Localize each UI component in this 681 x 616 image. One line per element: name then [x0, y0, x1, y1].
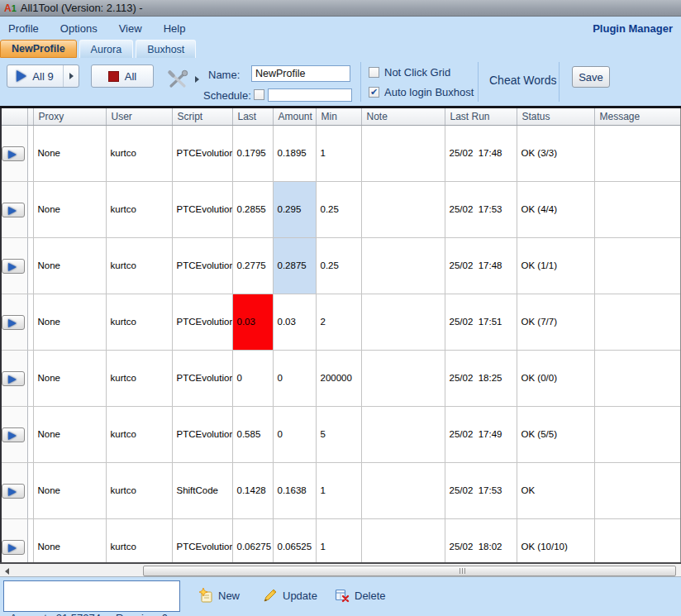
cell-message[interactable] — [594, 518, 681, 562]
delete-button[interactable]: Delete — [335, 588, 386, 603]
cell-last[interactable]: 0.06275 — [232, 518, 273, 562]
table-row[interactable]: None kurtco PTCEvolution 0.2855 0.295 0.… — [0, 181, 681, 237]
cell-note[interactable] — [361, 125, 445, 181]
table-row[interactable]: None kurtco PTCEvolution 0.585 0 5 25/02… — [0, 406, 681, 462]
cell-status[interactable]: OK (7/7) — [517, 294, 594, 350]
cell-min[interactable]: 1 — [316, 462, 361, 518]
menu-options[interactable]: Options — [60, 22, 98, 35]
cell-proxy[interactable]: None — [33, 350, 106, 406]
table-row[interactable]: None kurtco PTCEvolution 0.2775 0.2875 0… — [0, 237, 681, 294]
cell-amount[interactable]: 0 — [273, 406, 316, 462]
cell-last-run[interactable]: 25/02 17:53 — [445, 462, 517, 518]
cell-last-run[interactable]: 25/02 18:02 — [445, 518, 517, 562]
scrollbar-thumb[interactable] — [143, 566, 676, 576]
cheat-words-button[interactable]: Cheat Words — [489, 74, 556, 87]
title-bar[interactable]: A1 All1Tool (Version: 2.113) - — [0, 0, 681, 17]
cell-note[interactable] — [361, 350, 445, 406]
cell-last-run[interactable]: 25/02 18:25 — [445, 350, 517, 406]
cell-status[interactable]: OK (5/5) — [517, 406, 594, 462]
cell-last-run[interactable]: 25/02 17:53 — [445, 181, 517, 237]
table-row[interactable]: None kurtco ShiftCode 0.1428 0.1638 1 25… — [0, 462, 681, 518]
cell-last[interactable]: 0.1428 — [232, 462, 273, 518]
cell-script[interactable]: PTCEvolution — [172, 294, 232, 350]
cell-user[interactable]: kurtco — [106, 462, 172, 518]
col-header-script[interactable]: Script — [172, 108, 232, 125]
row-play-button[interactable] — [2, 540, 25, 555]
cell-last-run[interactable]: 25/02 17:51 — [445, 294, 517, 350]
cell-message[interactable] — [594, 237, 681, 294]
cell-amount[interactable]: 0.295 — [273, 181, 316, 237]
menu-view[interactable]: View — [119, 22, 142, 35]
row-play-button[interactable] — [2, 371, 25, 386]
auto-login-option[interactable]: Auto login Buxhost — [369, 86, 474, 98]
menu-profile[interactable]: Profile — [8, 22, 39, 35]
cell-user[interactable]: kurtco — [106, 406, 172, 462]
row-play-button[interactable] — [2, 203, 25, 217]
cell-min[interactable]: 200000 — [316, 350, 361, 406]
update-button[interactable]: Update — [263, 588, 317, 603]
cell-status[interactable]: OK (1/1) — [517, 237, 594, 294]
cell-amount[interactable]: 0.1638 — [273, 462, 316, 518]
row-play-button[interactable] — [2, 484, 25, 499]
cell-status[interactable]: OK — [517, 462, 594, 518]
table-row[interactable]: None kurtco PTCEvolution 0.03 0.03 2 25/… — [0, 294, 681, 350]
col-header-proxy[interactable]: Proxy — [33, 108, 106, 125]
cell-note[interactable] — [361, 237, 445, 294]
cell-message[interactable] — [594, 125, 681, 181]
save-button[interactable]: Save — [572, 66, 610, 88]
cell-message[interactable] — [594, 181, 681, 237]
cell-last-run[interactable]: 25/02 17:48 — [445, 125, 517, 181]
col-header-amount[interactable]: Amount — [273, 108, 316, 125]
cell-last[interactable]: 0.2775 — [232, 237, 273, 294]
col-header-lastrun[interactable]: Last Run — [445, 108, 517, 125]
cell-min[interactable]: 1 — [316, 125, 361, 181]
cell-status[interactable]: OK (3/3) — [517, 125, 594, 181]
cell-last[interactable]: 0.03 — [232, 294, 273, 350]
cell-note[interactable] — [361, 518, 445, 562]
row-play-button[interactable] — [2, 427, 25, 442]
cell-last-run[interactable]: 25/02 17:48 — [445, 237, 517, 294]
cell-note[interactable] — [361, 181, 445, 237]
not-click-grid-checkbox[interactable] — [369, 67, 379, 78]
table-row[interactable]: None kurtco PTCEvolution 0 0 200000 25/0… — [0, 350, 681, 406]
cell-proxy[interactable]: None — [33, 294, 106, 350]
cell-script[interactable]: PTCEvolution — [172, 125, 232, 181]
cell-proxy[interactable]: None — [33, 406, 106, 462]
schedule-checkbox[interactable] — [254, 89, 264, 100]
scroll-left-button[interactable] — [0, 566, 14, 576]
cell-last-run[interactable]: 25/02 17:49 — [445, 406, 517, 462]
cell-proxy[interactable]: None — [33, 462, 106, 518]
run-all-dropdown[interactable] — [63, 65, 79, 87]
horizontal-scrollbar[interactable] — [0, 562, 681, 576]
run-all-button[interactable]: All 9 — [7, 64, 79, 88]
new-button[interactable]: New — [198, 588, 240, 603]
col-header-user[interactable]: User — [106, 108, 172, 125]
cell-user[interactable]: kurtco — [106, 237, 172, 294]
cell-user[interactable]: kurtco — [106, 294, 172, 350]
cell-script[interactable]: PTCEvolution — [172, 350, 232, 406]
col-header-min[interactable]: Min — [316, 108, 361, 125]
cell-min[interactable]: 0.25 — [316, 181, 361, 237]
cell-amount[interactable]: 0.1895 — [273, 125, 316, 181]
tools-button[interactable] — [167, 69, 199, 89]
cell-note[interactable] — [361, 406, 445, 462]
menu-help[interactable]: Help — [164, 22, 186, 35]
cell-last[interactable]: 0.585 — [232, 406, 273, 462]
cell-script[interactable]: PTCEvolution — [172, 518, 232, 562]
cell-min[interactable]: 1 — [316, 518, 361, 562]
cell-amount[interactable]: 0.06525 — [273, 518, 316, 562]
row-play-button[interactable] — [2, 315, 25, 330]
cell-proxy[interactable]: None — [33, 518, 106, 562]
cell-user[interactable]: kurtco — [106, 350, 172, 406]
cell-note[interactable] — [361, 294, 445, 350]
name-input[interactable] — [251, 65, 350, 82]
schedule-input[interactable] — [268, 88, 352, 102]
cell-amount[interactable]: 0.2875 — [273, 237, 316, 294]
cell-message[interactable] — [594, 406, 681, 462]
cell-amount[interactable]: 0 — [273, 350, 316, 406]
tab-buxhost[interactable]: Buxhost — [136, 40, 196, 58]
cell-proxy[interactable]: None — [33, 125, 106, 181]
cell-proxy[interactable]: None — [33, 181, 106, 237]
cell-last[interactable]: 0.2855 — [232, 181, 273, 237]
cell-amount[interactable]: 0.03 — [273, 294, 316, 350]
